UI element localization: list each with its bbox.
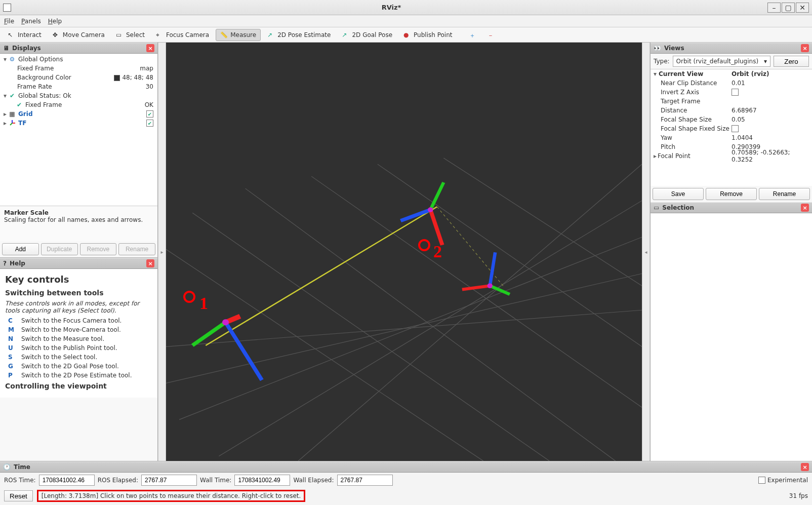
experimental-label: Experimental (767, 477, 808, 484)
menu-help[interactable]: Help (48, 18, 62, 25)
time-close-button[interactable]: × (801, 463, 809, 471)
prop-value[interactable]: 0.70589; -0.52663; 0.3252 (732, 149, 812, 163)
duplicate-button: Duplicate (41, 243, 78, 255)
chevron-down-icon: ▾ (764, 58, 767, 65)
prop-value[interactable]: 6.68967 (732, 107, 812, 114)
tool-2d-goal-pose[interactable]: ↗2D Goal Pose (337, 29, 397, 41)
wall-elapsed-input[interactable] (337, 475, 393, 486)
menu-panels[interactable]: Panels (21, 18, 41, 25)
tool-move-camera[interactable]: ✥Move Camera (48, 29, 109, 41)
prop-value[interactable]: 0.01 (732, 80, 812, 87)
views-prop-row[interactable]: Near Clip Distance0.01 (651, 79, 812, 88)
help-key: S (8, 354, 16, 361)
views-type-combo[interactable]: Orbit (rviz_default_plugins)▾ (673, 56, 770, 67)
tool-interact[interactable]: ↖Interact (3, 29, 46, 41)
menu-file[interactable]: File (4, 18, 14, 25)
window-minimize-button[interactable]: – (767, 3, 781, 13)
help-panel-header[interactable]: ? Help × (0, 258, 157, 269)
prop-checkbox[interactable]: ✔ (732, 89, 739, 96)
add-button[interactable]: Add (2, 243, 39, 255)
tool-focus-camera-label: Focus Camera (166, 31, 209, 38)
svg-line-8 (166, 249, 483, 461)
svg-line-9 (192, 213, 549, 461)
left-collapse-handle[interactable]: ▸ (158, 43, 166, 461)
displays-tree[interactable]: ▾⚙Global Options Fixed Framemap Backgrou… (0, 54, 157, 129)
svg-line-4 (166, 274, 642, 383)
tree-bg-color-value[interactable]: 48; 48; 48 (114, 74, 155, 81)
views-current-view-label[interactable]: Current View (659, 70, 703, 77)
tree-frame-rate-label[interactable]: Frame Rate (15, 83, 52, 90)
views-prop-row[interactable]: Yaw1.0404 (651, 133, 812, 142)
tree-grid[interactable]: Grid (16, 110, 32, 118)
ros-time-label: ROS Time: (4, 477, 36, 484)
grid-checkbox[interactable]: ✔ (146, 110, 153, 118)
window-maximize-button[interactable]: ▢ (782, 3, 795, 13)
views-prop-row[interactable]: Focal Shape Fixed Size✔ (651, 124, 812, 133)
ros-time-input[interactable] (39, 475, 95, 486)
displays-panel-header[interactable]: 🖥 Displays × (0, 43, 157, 54)
svg-line-6 (219, 201, 642, 456)
wall-time-input[interactable] (234, 475, 290, 486)
toolbar-remove-icon[interactable]: － (483, 29, 499, 41)
tool-publish-point[interactable]: ●Publish Point (399, 29, 457, 41)
app-icon (3, 4, 11, 12)
views-prop-row[interactable]: Distance6.68967 (651, 106, 812, 115)
tree-global-options[interactable]: Global Options (16, 56, 63, 63)
svg-line-14 (206, 207, 437, 345)
views-zero-button[interactable]: Zero (774, 56, 809, 67)
tree-fixed-frame-label[interactable]: Fixed Frame (15, 65, 54, 72)
views-prop-row[interactable]: Focal Shape Size0.05 (651, 115, 812, 124)
help-key-desc: Switch to the Move-Camera tool. (21, 326, 121, 333)
prop-value[interactable]: ✔ (732, 89, 812, 96)
views-property-tree[interactable]: ▾Current ViewOrbit (rviz) Near Clip Dist… (651, 69, 812, 161)
tool-select[interactable]: ▭Select (111, 29, 149, 41)
tool-goal-pose-label: 2D Goal Pose (352, 31, 392, 38)
prop-checkbox[interactable]: ✔ (732, 125, 739, 132)
views-prop-row[interactable]: Invert Z Axis✔ (651, 88, 812, 97)
window-close-button[interactable]: ✕ (796, 3, 809, 13)
help-body[interactable]: Key controls Switching between tools The… (0, 269, 157, 398)
tree-global-status[interactable]: Global Status: Ok (16, 92, 71, 99)
toolbar-add-icon[interactable]: ＋ (465, 29, 481, 41)
prop-value[interactable]: 0.05 (732, 116, 812, 123)
tool-2d-pose-estimate[interactable]: ↗2D Pose Estimate (263, 29, 335, 41)
selection-close-button[interactable]: × (801, 204, 809, 212)
wall-time-label: Wall Time: (200, 477, 231, 484)
select-icon: ▭ (116, 31, 123, 38)
move-icon: ✥ (53, 31, 60, 38)
views-prop-row[interactable]: Target Frame (651, 97, 812, 106)
minus-icon: － (488, 31, 495, 38)
render-viewport[interactable]: 1 2 (166, 43, 642, 461)
tool-focus-camera[interactable]: ⌖Focus Camera (151, 29, 214, 41)
selection-body (651, 213, 812, 461)
displays-close-button[interactable]: × (146, 44, 154, 52)
prop-key: Target Frame (651, 98, 732, 105)
tree-ff-status-label[interactable]: Fixed Frame (23, 101, 62, 108)
selection-panel-header[interactable]: ▭ Selection × (651, 202, 812, 213)
tree-frame-rate-value[interactable]: 30 (146, 83, 155, 90)
pin-icon: ● (403, 31, 411, 38)
help-close-button[interactable]: × (146, 259, 154, 267)
right-collapse-handle[interactable]: ◂ (642, 43, 650, 461)
views-rename-button[interactable]: Rename (759, 188, 810, 200)
experimental-checkbox[interactable]: ✔ (758, 477, 765, 484)
views-save-button[interactable]: Save (653, 188, 704, 200)
tree-tf[interactable]: TF (16, 120, 26, 127)
prop-value[interactable]: 1.0404 (732, 134, 812, 141)
views-panel-header[interactable]: 👀 Views × (651, 43, 812, 54)
views-close-button[interactable]: × (801, 44, 809, 52)
reset-button[interactable]: Reset (4, 490, 33, 501)
prop-value[interactable]: ✔ (732, 125, 812, 133)
tree-fixed-frame-value[interactable]: map (140, 65, 155, 72)
views-prop-row[interactable]: ▸Focal Point0.70589; -0.52663; 0.3252 (651, 151, 812, 161)
tf-checkbox[interactable]: ✔ (146, 120, 153, 127)
prop-key: Invert Z Axis (651, 89, 732, 96)
displays-description: Marker Scale Scaling factor for all name… (0, 206, 157, 241)
help-key-desc: Switch to the Focus Camera tool. (21, 317, 121, 324)
tree-bg-color-label[interactable]: Background Color (15, 74, 71, 81)
ros-elapsed-input[interactable] (141, 475, 197, 486)
views-remove-button[interactable]: Remove (706, 188, 757, 200)
wall-elapsed-label: Wall Elapsed: (293, 477, 334, 484)
time-panel-header[interactable]: 🕐 Time × (0, 461, 812, 473)
tool-measure[interactable]: 📏Measure (216, 29, 261, 41)
